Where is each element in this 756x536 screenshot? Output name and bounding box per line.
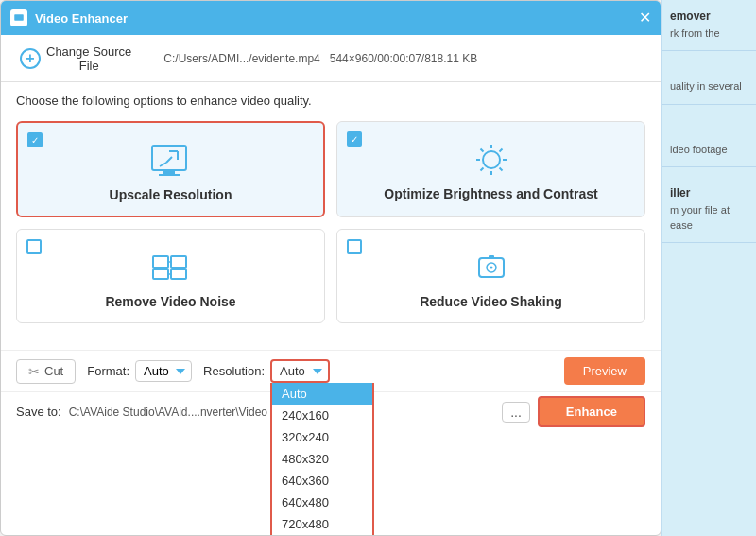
svg-rect-4: [159, 174, 180, 176]
bottom-bar: ✂ Cut Format: Auto MP4 AVI MOV MKV Resol…: [1, 350, 661, 391]
options-grid: ✓ Upscale Resolution ✓: [16, 121, 645, 323]
dd-item-720x480[interactable]: 720x480: [272, 513, 372, 535]
right-panel-text-4: m your file at ease: [670, 203, 748, 233]
svg-rect-27: [489, 255, 494, 258]
right-panel-section-2: uality in several: [662, 51, 756, 104]
format-group: Format: Auto MP4 AVI MOV MKV: [87, 360, 192, 382]
enhance-button[interactable]: Enhance: [538, 396, 645, 427]
right-panel-section-3: ideo footage: [662, 105, 756, 167]
svg-rect-3: [163, 170, 175, 174]
svg-line-16: [499, 149, 502, 152]
shaking-icon: [468, 249, 515, 286]
change-source-button[interactable]: + Change Source File: [12, 41, 139, 77]
cut-button[interactable]: ✂ Cut: [16, 359, 76, 384]
main-content: Choose the following options to enhance …: [1, 82, 661, 350]
dd-item-480x320[interactable]: 480x320: [272, 448, 372, 470]
resolution-group: Resolution: Auto Auto 240x160 320x240 48…: [203, 359, 330, 383]
svg-point-9: [483, 151, 500, 168]
upscale-label: Upscale Resolution: [110, 187, 232, 202]
close-button[interactable]: ✕: [639, 10, 651, 26]
right-panel-title-1: emover: [670, 9, 748, 23]
scissors-icon: ✂: [28, 364, 40, 379]
instruction-text: Choose the following options to enhance …: [16, 94, 645, 108]
preview-button[interactable]: Preview: [564, 357, 645, 385]
svg-rect-20: [171, 256, 186, 268]
right-panel-section-1: emover rk from the: [662, 0, 756, 51]
svg-line-17: [480, 168, 483, 171]
save-to-label: Save to:: [16, 405, 61, 419]
format-select[interactable]: Auto MP4 AVI MOV MKV: [135, 360, 192, 382]
option-upscale[interactable]: ✓ Upscale Resolution: [16, 121, 325, 217]
svg-line-5: [166, 157, 172, 163]
right-panel-text-2: uality in several: [670, 79, 748, 94]
right-panel-text-3: ideo footage: [670, 143, 748, 157]
app-icon: [10, 9, 27, 26]
svg-rect-1: [17, 21, 21, 23]
brightness-icon: [468, 141, 515, 179]
checkbox-brightness[interactable]: ✓: [347, 131, 362, 147]
svg-rect-19: [153, 269, 168, 279]
checkbox-shaking[interactable]: [347, 239, 362, 254]
dd-item-240x160[interactable]: 240x160: [272, 405, 372, 426]
svg-line-8: [160, 163, 166, 166]
file-path: C:/Users/ADMI.../evidente.mp4 544×960/00…: [163, 52, 477, 65]
resolution-label: Resolution:: [203, 364, 265, 378]
dd-item-auto[interactable]: Auto: [272, 383, 372, 405]
right-panel-text-1: rk from the: [670, 26, 748, 41]
change-source-label: Change Source File: [46, 44, 131, 73]
option-shaking[interactable]: Reduce Video Shaking: [336, 229, 645, 323]
dd-item-640x480[interactable]: 640x480: [272, 492, 372, 513]
window-title: Video Enhancer: [35, 11, 128, 26]
right-panel-section-4: iller m your file at ease: [662, 167, 756, 243]
toolbar: + Change Source File C:/Users/ADMI.../ev…: [1, 35, 661, 82]
svg-rect-2: [152, 146, 186, 170]
resolution-select-wrapper: Auto Auto 240x160 320x240 480x320 640x36…: [270, 359, 330, 383]
checkbox-noise[interactable]: [26, 239, 42, 254]
svg-rect-18: [153, 256, 168, 268]
shaking-label: Reduce Video Shaking: [420, 294, 562, 309]
noise-icon: [147, 249, 195, 286]
option-noise[interactable]: Remove Video Noise: [16, 229, 325, 323]
title-bar-left: Video Enhancer: [10, 9, 128, 26]
resolution-select[interactable]: Auto: [270, 359, 330, 383]
cut-label: Cut: [44, 364, 63, 378]
svg-line-15: [499, 168, 502, 171]
svg-rect-21: [171, 269, 186, 279]
noise-label: Remove Video Noise: [105, 294, 235, 309]
dd-item-320x240[interactable]: 320x240: [272, 426, 372, 448]
upscale-icon: [147, 142, 195, 180]
right-panel: emover rk from the uality in several ide…: [662, 0, 756, 536]
right-panel-title-4: iller: [670, 186, 748, 199]
browse-button[interactable]: ...: [502, 402, 530, 423]
brightness-label: Optimize Brightness and Contrast: [384, 186, 597, 201]
format-label: Format:: [87, 364, 129, 378]
svg-rect-0: [14, 14, 24, 21]
resolution-dropdown[interactable]: Auto 240x160 320x240 480x320 640x360 640…: [270, 383, 374, 536]
svg-line-14: [480, 149, 483, 152]
title-bar: Video Enhancer ✕: [1, 1, 661, 35]
svg-point-26: [490, 267, 492, 269]
checkbox-upscale[interactable]: ✓: [27, 132, 43, 147]
option-brightness[interactable]: ✓ Optimize Brightness and Contrast: [336, 121, 645, 217]
dd-item-640x360[interactable]: 640x360: [272, 470, 372, 492]
plus-icon: +: [20, 48, 41, 69]
video-enhancer-window: Video Enhancer ✕ + Change Source File C:…: [0, 0, 662, 536]
